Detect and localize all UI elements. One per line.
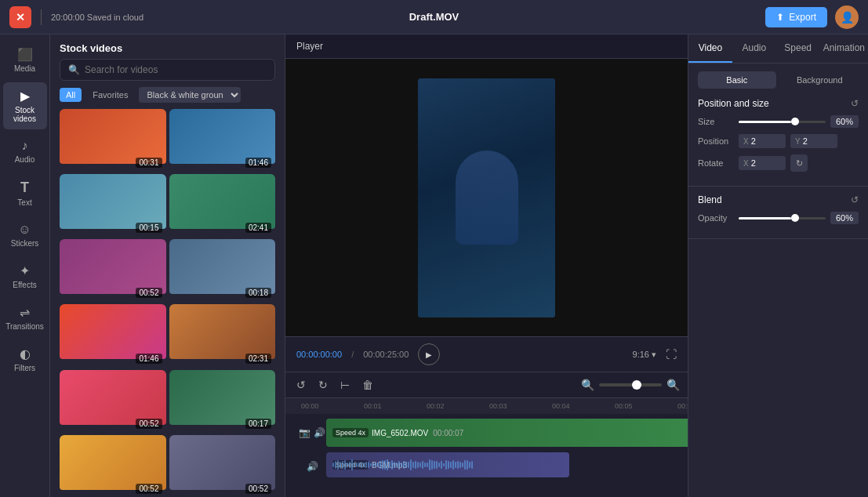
pos-x-value: 2 bbox=[751, 136, 756, 146]
filter-bar: All Favorites Black & white groun bbox=[50, 87, 285, 109]
waveform-bar bbox=[424, 463, 426, 467]
waveform-bar bbox=[361, 462, 362, 467]
video-thumbnail[interactable]: 00:52 bbox=[60, 370, 166, 432]
waveform-bar bbox=[427, 463, 428, 467]
rotate-x-label: X bbox=[743, 159, 749, 168]
split-button[interactable]: ⊢ bbox=[337, 377, 353, 393]
waveform-bar bbox=[398, 461, 400, 470]
video-thumbnail[interactable]: 00:18 bbox=[169, 239, 276, 301]
video-thumbnail[interactable]: 02:41 bbox=[169, 174, 276, 236]
sidebar-item-text[interactable]: T Text bbox=[3, 173, 47, 213]
filter-category-dropdown[interactable]: Black & white groun bbox=[139, 87, 241, 103]
basic-button[interactable]: Basic bbox=[698, 71, 776, 89]
text-icon: T bbox=[20, 180, 29, 196]
sidebar-item-effects[interactable]: ✦ Effects bbox=[3, 257, 47, 296]
rotate-action-button[interactable]: ↻ bbox=[790, 154, 808, 172]
waveform-bar bbox=[358, 463, 360, 466]
video-thumbnail[interactable]: 00:52 bbox=[169, 435, 276, 497]
waveform-bar bbox=[380, 461, 381, 468]
video-thumbnail[interactable]: 00:31 bbox=[60, 109, 166, 171]
export-icon: ⬆ bbox=[776, 12, 784, 23]
video-thumbnail[interactable]: 00:15 bbox=[60, 174, 166, 236]
size-label: Size bbox=[698, 117, 739, 126]
size-slider[interactable] bbox=[739, 121, 826, 123]
time-separator: / bbox=[351, 350, 354, 359]
reset-position-icon[interactable]: ↺ bbox=[851, 98, 859, 109]
reset-blend-icon[interactable]: ↺ bbox=[851, 194, 859, 205]
waveform-bar bbox=[410, 459, 412, 470]
search-input[interactable] bbox=[85, 64, 267, 75]
video-thumbnail[interactable]: 01:46 bbox=[169, 109, 276, 171]
video-duration: 00:15 bbox=[136, 223, 162, 233]
audio-mute-icon[interactable]: 🔊 bbox=[314, 427, 325, 438]
timeline-tracks: 📷 🔊 Speed 4x IMG_6502.MOV 00:00:07 Stock… bbox=[285, 414, 688, 488]
audio-track-content: Speed 4x BGM.mp3 bbox=[326, 452, 688, 481]
sidebar-item-transitions[interactable]: ⇌ Transitions bbox=[3, 299, 47, 337]
opacity-slider[interactable] bbox=[739, 217, 826, 219]
video-clip-main[interactable]: Speed 4x IMG_6502.MOV 00:00:07 bbox=[326, 419, 688, 447]
zoom-slider[interactable] bbox=[599, 383, 662, 386]
ruler-mark: 00:00 bbox=[301, 402, 319, 410]
video-thumbnail[interactable]: 01:46 bbox=[60, 304, 166, 366]
export-button[interactable]: ⬆ Export bbox=[765, 7, 827, 27]
waveform-bar bbox=[375, 463, 376, 466]
video-thumbnail[interactable]: 00:17 bbox=[169, 370, 276, 432]
sidebar-item-stock-videos[interactable]: ▶ Stockvideos bbox=[3, 82, 47, 129]
filter-favorites[interactable]: Favorites bbox=[86, 88, 134, 102]
waveform-bar bbox=[365, 462, 367, 468]
waveform-bar bbox=[372, 463, 374, 468]
zoom-out-icon[interactable]: 🔍 bbox=[581, 379, 594, 391]
player-header: Player bbox=[285, 34, 688, 59]
waveform-bar bbox=[391, 460, 393, 469]
pos-y-value: 2 bbox=[803, 136, 808, 146]
zoom-in-icon[interactable]: 🔍 bbox=[666, 379, 680, 391]
video-duration: 00:31 bbox=[136, 158, 162, 168]
video-duration: 02:41 bbox=[245, 223, 271, 233]
sidebar-item-filters-label: Filters bbox=[14, 364, 35, 372]
fullscreen-button[interactable]: ⛶ bbox=[666, 348, 677, 361]
main-body: ⬛ Media ▶ Stockvideos ♪ Audio T Text ☺ S… bbox=[0, 34, 868, 497]
sidebar-item-stickers[interactable]: ☺ Stickers bbox=[3, 216, 47, 254]
blend-section: Blend ↺ Opacity 60% bbox=[688, 187, 868, 239]
video-thumbnail[interactable]: 00:52 bbox=[60, 239, 166, 301]
volume-icon[interactable]: 🔊 bbox=[307, 461, 318, 472]
position-x-field[interactable]: X 2 bbox=[739, 134, 786, 148]
rotate-x-field[interactable]: X 2 bbox=[739, 156, 786, 170]
search-bar[interactable]: 🔍 bbox=[60, 59, 275, 81]
sidebar-item-audio-label: Audio bbox=[15, 155, 35, 164]
filters-icon: ◐ bbox=[20, 346, 31, 361]
video-thumbnail[interactable]: 02:31 bbox=[169, 304, 276, 366]
tab-speed[interactable]: Speed bbox=[776, 34, 820, 63]
opacity-value: 60% bbox=[830, 212, 859, 224]
undo-button[interactable]: ↺ bbox=[293, 377, 309, 393]
rotate-x-value: 2 bbox=[751, 158, 756, 168]
waveform-bar bbox=[464, 460, 466, 470]
tab-audio[interactable]: Audio bbox=[732, 34, 776, 63]
redo-button[interactable]: ↻ bbox=[315, 377, 331, 393]
waveform-bar bbox=[436, 461, 438, 469]
waveform-bar bbox=[387, 459, 388, 470]
current-time: 00:00:00:00 bbox=[296, 350, 342, 359]
position-y-field[interactable]: Y 2 bbox=[790, 134, 837, 148]
play-button[interactable]: ▶ bbox=[418, 343, 440, 365]
video-duration: 00:17 bbox=[245, 419, 271, 429]
opacity-row: Opacity 60% bbox=[698, 212, 859, 224]
delete-button[interactable]: 🗑 bbox=[359, 377, 376, 393]
audio-clip[interactable]: Speed 4x BGM.mp3 bbox=[326, 452, 569, 477]
total-time: 00:00:25:00 bbox=[363, 350, 409, 359]
video-grid: 00:31 01:46 00:15 02:41 00:52 00:18 01:4… bbox=[50, 109, 285, 497]
background-button[interactable]: Background bbox=[781, 71, 859, 89]
waveform-bar bbox=[408, 462, 409, 469]
sidebar-item-filters[interactable]: ◐ Filters bbox=[3, 340, 47, 379]
sidebar-item-media[interactable]: ⬛ Media bbox=[3, 41, 47, 79]
user-avatar[interactable]: 👤 bbox=[835, 5, 859, 29]
waveform-bar bbox=[422, 461, 423, 469]
tab-animation[interactable]: Animation bbox=[820, 34, 868, 63]
tab-video[interactable]: Video bbox=[688, 34, 732, 63]
sidebar-item-audio[interactable]: ♪ Audio bbox=[3, 132, 47, 170]
panel-tabs: Video Audio Speed Animation bbox=[688, 34, 868, 63]
waveform-bar bbox=[455, 462, 456, 468]
filter-all[interactable]: All bbox=[60, 88, 82, 102]
video-thumbnail[interactable]: 00:52 bbox=[60, 435, 166, 497]
stock-panel-title: Stock videos bbox=[50, 34, 285, 59]
